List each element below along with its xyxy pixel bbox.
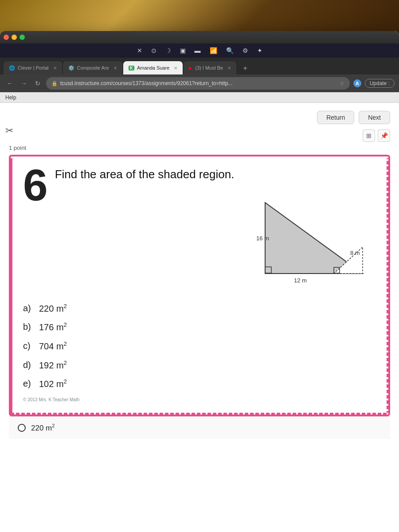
tab-label-clever: Clever | Portal (18, 65, 49, 70)
diagram-area: 16 m 8 m 12 m (55, 189, 376, 287)
question-header: 6 Find the area of the shaded region. (23, 167, 376, 296)
help-label: Help (5, 94, 16, 101)
addressbar-row: ← → ↻ 🔒 tcusd.instructure.com/courses/13… (0, 74, 399, 92)
pip-icon: ▬ (195, 47, 201, 54)
tab-label-composite: Composite Are (77, 65, 109, 70)
choice-d-value: 192 m2 (39, 360, 67, 371)
wifi-icon: 📶 (210, 47, 217, 54)
tabs-row: 🌐 Clever | Portal ✕ ⚙️ Composite Are ✕ K… (0, 58, 399, 74)
choice-c-value: 704 m2 (39, 340, 67, 352)
close-button[interactable] (4, 35, 9, 40)
choice-a: a) 220 m2 (23, 303, 376, 314)
answer-choices: a) 220 m2 b) 176 m2 c) 704 m2 d) 192 m2 (23, 303, 376, 389)
back-button[interactable]: ← (4, 79, 15, 88)
new-tab-button[interactable]: + (239, 62, 251, 74)
system-icons-bar: ✕ ⊙ ☽ ▣ ▬ 📶 🔍 ⚙ ✦ (0, 43, 399, 58)
choice-b: b) 176 m2 (23, 321, 376, 332)
selected-answer-text: 220 m2 (31, 423, 55, 433)
question-points: 1 point (9, 145, 390, 151)
tab-close-youtube[interactable]: ✕ (227, 66, 231, 70)
titlebar (0, 31, 399, 43)
minimize-button[interactable] (12, 35, 17, 40)
pin-icon-button[interactable]: 📌 (378, 129, 390, 142)
tab-label-amanda: Amanda Suare (137, 65, 169, 70)
tab-close-amanda[interactable]: ✕ (174, 66, 177, 70)
copyright-text: © 2013 Mrs. K Teacher Math (23, 397, 376, 402)
tab-favicon-youtube: ▶ (189, 65, 192, 71)
top-toolbar: Return Next (9, 107, 390, 128)
answer-radio[interactable] (18, 424, 26, 432)
tab-clever[interactable]: 🌐 Clever | Portal ✕ (4, 61, 62, 74)
choice-e-label: e) (23, 379, 34, 389)
tab-close-composite[interactable]: ✕ (113, 66, 117, 70)
lock-icon: 🔒 (51, 81, 58, 86)
star-system-icon: ✦ (257, 47, 262, 54)
content-area: ✂ Return Next ⊞ 📌 1 point (0, 103, 399, 532)
choice-e-value: 102 m2 (39, 378, 67, 389)
reload-button[interactable]: ↻ (33, 79, 43, 88)
help-bar: Help (0, 92, 399, 103)
account-badge[interactable]: A (353, 79, 361, 87)
return-button[interactable]: Return (317, 111, 354, 124)
choice-c: c) 704 m2 (23, 340, 376, 352)
tab-composite[interactable]: ⚙️ Composite Are ✕ (63, 61, 122, 74)
settings-icon: ⚙ (243, 47, 248, 54)
update-button[interactable]: Update : (365, 79, 395, 88)
geometry-diagram: 16 m 8 m 12 m (252, 189, 376, 287)
svg-text:16 m: 16 m (256, 235, 269, 242)
content-wrapper: ✂ Return Next ⊞ 📌 1 point (9, 107, 390, 439)
moon-icon: ☽ (165, 47, 171, 54)
question-card: 6 Find the area of the shaded region. (9, 155, 390, 416)
tab-youtube[interactable]: ▶ (3) I Must Be ✕ (184, 61, 236, 74)
question-text: Find the area of the shaded region. (55, 167, 376, 182)
choice-a-value: 220 m2 (39, 303, 67, 314)
tab-favicon-composite: ⚙️ (68, 65, 74, 71)
tab-favicon-amanda: K (129, 66, 134, 70)
question-number: 6 (23, 163, 48, 207)
left-tool-icon[interactable]: ✂ (5, 125, 13, 137)
tab-favicon-clever: 🌐 (9, 65, 15, 71)
choice-d: d) 192 m2 (23, 360, 376, 371)
choice-b-label: b) (23, 322, 34, 332)
browser-window: ✕ ⊙ ☽ ▣ ▬ 📶 🔍 ⚙ ✦ 🌐 Clever | Portal ✕ ⚙️… (0, 31, 399, 532)
tab-close-clever[interactable]: ✕ (53, 66, 57, 70)
choice-e: e) 102 m2 (23, 378, 376, 389)
monitor-icon: ▣ (180, 47, 186, 54)
choice-b-value: 176 m2 (39, 321, 67, 332)
maximize-button[interactable] (20, 35, 25, 40)
side-icons: ⊞ 📌 (9, 129, 390, 142)
play-icon: ⊙ (151, 47, 156, 54)
forward-button[interactable]: → (19, 79, 29, 88)
grid-icon-button[interactable]: ⊞ (363, 129, 375, 142)
tab-label-youtube: (3) I Must Be (195, 65, 223, 70)
bookmark-icon[interactable]: ☆ (340, 80, 344, 86)
svg-text:8 m: 8 m (350, 250, 360, 256)
search-icon: 🔍 (226, 47, 234, 54)
address-text: tcusd.instructure.com/courses/1373/assig… (60, 80, 233, 86)
choice-d-label: d) (23, 360, 34, 370)
question-content: Find the area of the shaded region. (55, 167, 376, 296)
bottom-answer-row: 220 m2 (9, 416, 390, 439)
tab-amanda[interactable]: K Amanda Suare ✕ (123, 61, 183, 74)
svg-text:12 m: 12 m (294, 277, 307, 284)
choice-c-label: c) (23, 341, 34, 351)
choice-a-label: a) (23, 303, 34, 313)
address-bar[interactable]: 🔒 tcusd.instructure.com/courses/1373/ass… (46, 77, 350, 90)
next-button[interactable]: Next (359, 111, 390, 124)
cursor-icon: ✕ (137, 47, 142, 54)
